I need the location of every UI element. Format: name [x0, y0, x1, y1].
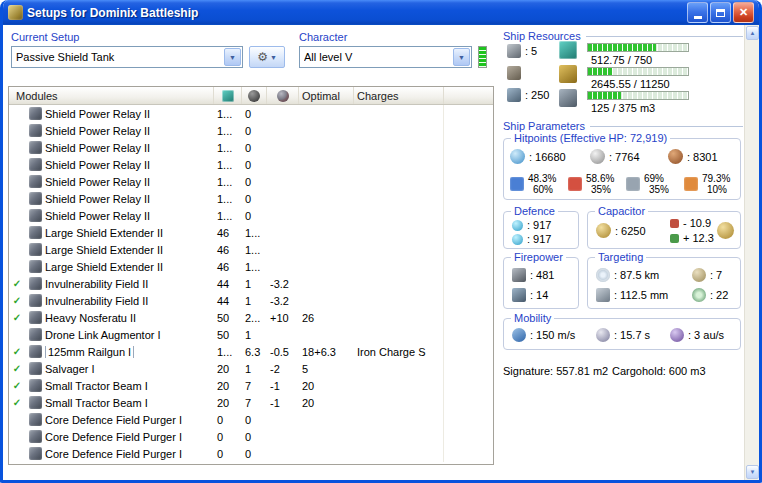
powergrid-column-header[interactable]: [242, 87, 267, 104]
module-name[interactable]: Drone Link Augmentor I: [45, 329, 214, 341]
vertical-scrollbar[interactable]: ▲ ▼: [744, 25, 759, 480]
explosive-resist-icon: [684, 177, 698, 191]
character-dropdown-button[interactable]: ▼: [453, 48, 470, 66]
character-skill-meter: [478, 46, 487, 68]
ship-parameters-title: Ship Parameters: [503, 120, 585, 132]
cpu-column-header[interactable]: [214, 87, 242, 104]
chevron-down-icon: ▼: [229, 54, 236, 61]
setup-tools-button[interactable]: ⚙ ▼: [249, 46, 285, 68]
module-optimal-value: 26: [299, 312, 354, 324]
module-name[interactable]: Large Shield Extender II: [45, 244, 214, 256]
module-row[interactable]: Large Shield Extender II461...: [9, 258, 493, 275]
module-active-check-icon: ✓: [9, 397, 25, 408]
module-name[interactable]: Invulnerability Field II: [45, 278, 214, 290]
launcher-icon: [507, 66, 521, 80]
module-cpu-value: 1...: [214, 142, 242, 154]
module-cpu-value: 50: [214, 329, 242, 341]
setup-select[interactable]: Passive Shield Tank ▼: [11, 46, 243, 68]
optimal-column-header[interactable]: Optimal: [299, 87, 354, 104]
module-icon: [25, 192, 45, 205]
character-label: Character: [299, 31, 347, 43]
dronebay-bar: [587, 91, 689, 100]
setup-selected-value: Passive Shield Tank: [16, 51, 223, 63]
module-row[interactable]: Shield Power Relay II1...0: [9, 207, 493, 224]
module-row[interactable]: Core Defence Field Purger I00: [9, 411, 493, 428]
module-powergrid-value: 0: [242, 108, 267, 120]
module-row[interactable]: Drone Link Augmentor I501: [9, 326, 493, 343]
module-row[interactable]: Shield Power Relay II1...0: [9, 190, 493, 207]
module-row[interactable]: ✓125mm Railgun I1...6.3-0.518+6.3Iron Ch…: [9, 343, 493, 360]
module-row[interactable]: ✓Heavy Nosferatu II502...+1026: [9, 309, 493, 326]
defence-stat-1: : 917: [512, 219, 551, 231]
targeting-range-value: : 87.5 km: [614, 269, 659, 281]
capacitor-groupbox: Capacitor : 6250 - 10.9 + 12.3: [587, 211, 741, 249]
explosive-resist-armor: 10%: [707, 184, 730, 195]
modules-column-header[interactable]: Modules: [9, 87, 214, 104]
module-row[interactable]: Shield Power Relay II1...0: [9, 156, 493, 173]
module-cap-value: -1: [267, 397, 299, 409]
capacitor-column-header[interactable]: [267, 87, 299, 104]
module-name[interactable]: Core Defence Field Purger I: [45, 431, 214, 443]
module-name[interactable]: 125mm Railgun I: [45, 346, 214, 358]
module-row[interactable]: Large Shield Extender II461...: [9, 241, 493, 258]
module-name[interactable]: Shield Power Relay II: [45, 159, 214, 171]
max-velocity-value: : 150 m/s: [530, 329, 575, 341]
powergrid-icon: [248, 90, 260, 102]
scroll-up-button[interactable]: ▲: [746, 26, 759, 40]
module-row[interactable]: Core Defence Field Purger I00: [9, 445, 493, 462]
module-name[interactable]: Shield Power Relay II: [45, 125, 214, 137]
module-name[interactable]: Shield Power Relay II: [45, 176, 214, 188]
firepower-groupbox: Firepower : 481 : 14: [503, 257, 579, 309]
em-resist-armor: 60%: [533, 184, 556, 195]
powergrid-bar: [587, 67, 689, 76]
module-name[interactable]: Small Tractor Beam I: [45, 380, 214, 392]
module-row[interactable]: Shield Power Relay II1...0: [9, 139, 493, 156]
hull-hp-value: : 8301: [687, 151, 718, 163]
module-name[interactable]: Shield Power Relay II: [45, 193, 214, 205]
drone-bandwidth: : 250: [507, 88, 549, 102]
minimize-button[interactable]: [687, 2, 708, 23]
module-row[interactable]: ✓Invulnerability Field II441-3.2: [9, 275, 493, 292]
character-select[interactable]: All level V ▼: [299, 46, 472, 68]
module-row[interactable]: ✓Salvager I201-25: [9, 360, 493, 377]
module-cpu-value: 0: [214, 414, 242, 426]
module-name[interactable]: Large Shield Extender II: [45, 227, 214, 239]
scroll-down-button[interactable]: ▼: [746, 465, 759, 479]
module-row[interactable]: Shield Power Relay II1...0: [9, 105, 493, 122]
module-name[interactable]: Shield Power Relay II: [45, 210, 214, 222]
module-row[interactable]: ✓Invulnerability Field II441-3.2: [9, 292, 493, 309]
close-button[interactable]: ✕: [733, 2, 754, 23]
setup-dropdown-button[interactable]: ▼: [224, 48, 241, 66]
module-name[interactable]: Core Defence Field Purger I: [45, 448, 214, 460]
module-name[interactable]: Shield Power Relay II: [45, 108, 214, 120]
capacitor-recharge-value: + 12.3: [683, 232, 714, 244]
charges-column-header[interactable]: Charges: [354, 87, 444, 104]
module-cpu-value: 46: [214, 261, 242, 273]
maximize-button[interactable]: [710, 2, 731, 23]
module-row[interactable]: Large Shield Extender II461...: [9, 224, 493, 241]
defence-title: Defence: [511, 205, 558, 217]
module-optimal-value: 20: [299, 380, 354, 392]
module-powergrid-value: 0: [242, 159, 267, 171]
module-row[interactable]: Core Defence Field Purger I00: [9, 428, 493, 445]
module-name[interactable]: Heavy Nosferatu II: [45, 312, 214, 324]
titlebar[interactable]: Setups for Dominix Battleship ✕: [3, 0, 759, 25]
scan-resolution-icon: [596, 288, 610, 302]
turret-hardpoints-value: : 5: [525, 45, 537, 57]
module-row[interactable]: ✓Small Tractor Beam I207-120: [9, 394, 493, 411]
module-name[interactable]: Large Shield Extender II: [45, 261, 214, 273]
module-name[interactable]: Salvager I: [45, 363, 214, 375]
targeting-title: Targeting: [595, 251, 646, 263]
module-row[interactable]: ✓Small Tractor Beam I207-120: [9, 377, 493, 394]
module-name[interactable]: Shield Power Relay II: [45, 142, 214, 154]
module-name[interactable]: Core Defence Field Purger I: [45, 414, 214, 426]
module-cpu-value: 20: [214, 380, 242, 392]
module-row[interactable]: Shield Power Relay II1...0: [9, 122, 493, 139]
module-name[interactable]: Invulnerability Field II: [45, 295, 214, 307]
module-name[interactable]: Small Tractor Beam I: [45, 397, 214, 409]
module-powergrid-value: 7: [242, 397, 267, 409]
module-charges-value: [354, 156, 444, 173]
module-cpu-value: 1...: [214, 210, 242, 222]
module-row[interactable]: Shield Power Relay II1...0: [9, 173, 493, 190]
module-charges-value: [354, 309, 444, 326]
